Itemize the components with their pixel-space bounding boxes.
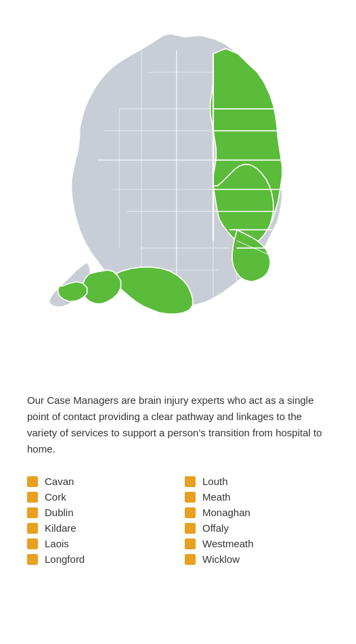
county-item: Meath [185, 489, 329, 505]
county-name: Dublin [45, 507, 74, 518]
counties-grid: Cavan Cork Dublin Kildare Laois Longford… [27, 474, 329, 567]
county-dot [27, 492, 38, 503]
county-name: Kildare [45, 522, 76, 534]
county-dot [27, 554, 38, 565]
county-name: Cork [45, 491, 66, 503]
county-item: Wicklow [185, 551, 329, 567]
county-item: Westmeath [185, 536, 329, 551]
county-dot [27, 523, 38, 534]
map-container [0, 0, 356, 379]
county-item: Offaly [185, 520, 329, 536]
counties-right-column: Louth Meath Monaghan Offaly Westmeath Wi… [185, 474, 329, 567]
counties-left-column: Cavan Cork Dublin Kildare Laois Longford [27, 474, 171, 567]
description-text: Our Case Managers are brain injury exper… [27, 392, 329, 457]
county-dot [185, 554, 196, 565]
county-dot [27, 507, 38, 518]
county-item: Cavan [27, 474, 171, 489]
county-name: Wicklow [202, 553, 240, 565]
county-item: Kildare [27, 520, 171, 536]
county-item: Longford [27, 551, 171, 567]
county-name: Cavan [45, 476, 74, 487]
county-name: Louth [202, 476, 228, 487]
county-item: Dublin [27, 505, 171, 520]
county-name: Westmeath [202, 538, 254, 549]
county-dot [185, 492, 196, 503]
county-name: Meath [202, 491, 231, 503]
county-item: Cork [27, 489, 171, 505]
county-dot [185, 538, 196, 549]
page-container: Our Case Managers are brain injury exper… [0, 0, 356, 580]
county-dot [27, 538, 38, 549]
county-item: Louth [185, 474, 329, 489]
ireland-map [14, 14, 342, 365]
county-dot [27, 476, 38, 487]
county-name: Offaly [202, 522, 229, 534]
county-name: Longford [45, 553, 85, 565]
county-name: Monaghan [202, 507, 250, 518]
county-dot [185, 476, 196, 487]
county-dot [185, 523, 196, 534]
county-name: Laois [45, 538, 69, 549]
content-section: Our Case Managers are brain injury exper… [0, 379, 356, 580]
county-dot [185, 507, 196, 518]
county-item: Monaghan [185, 505, 329, 520]
county-item: Laois [27, 536, 171, 551]
